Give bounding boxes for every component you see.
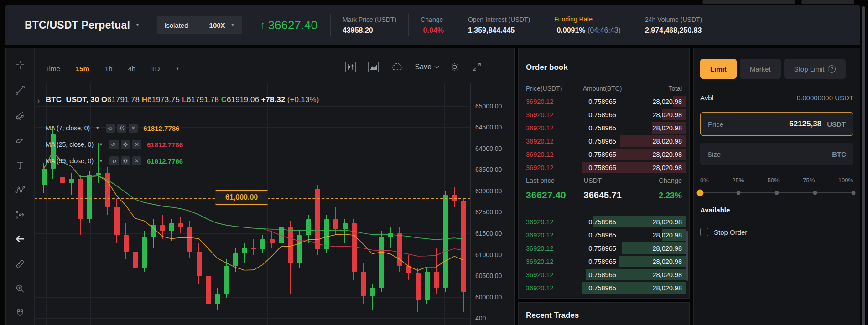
fullscreen-icon[interactable] xyxy=(471,62,482,72)
ma-row[interactable]: MA (99, close, 0)▼✕61812.7786 xyxy=(46,156,183,165)
interval-4h[interactable]: 4h xyxy=(128,65,136,72)
tab-limit[interactable]: Limit xyxy=(700,59,737,79)
save-button[interactable]: Save xyxy=(415,63,438,71)
stop-order-checkbox[interactable] xyxy=(700,228,708,236)
chevron-down-icon[interactable]: ▼ xyxy=(99,159,103,163)
stat-value-number: -0.04% xyxy=(421,26,444,34)
price-axis-label: 63000.00 xyxy=(475,187,502,195)
orderbook-row[interactable]: 36920.120.75896528,020.98 xyxy=(521,108,686,121)
tab-stop-limit[interactable]: Stop Limit? xyxy=(784,59,846,79)
ma-row[interactable]: MA (25, close, 0)▼✕61812.7786 xyxy=(46,140,183,149)
header-stat: Mark Price (USDT)43958.20 xyxy=(330,14,408,36)
ma-value: 61812.7786 xyxy=(147,157,183,165)
slider-stop-dot[interactable] xyxy=(852,191,856,195)
orderbook-row[interactable]: 36920.120.75896528,020.98 xyxy=(521,121,686,134)
orderbook-row[interactable]: 36920.120.75896528,020.98 xyxy=(521,95,686,108)
size-slider-labels: 0%25%50%75%100% xyxy=(700,177,853,184)
area-style-icon[interactable] xyxy=(368,61,379,73)
tab-label: Stop Limit xyxy=(794,65,825,73)
settings-icon[interactable] xyxy=(449,62,460,72)
ma-value: 61812.7786 xyxy=(143,124,179,132)
tab-market[interactable]: Market xyxy=(740,59,781,79)
gear-icon[interactable] xyxy=(121,156,130,165)
gear-icon[interactable] xyxy=(121,140,130,149)
forecast-icon[interactable] xyxy=(12,207,28,222)
recent-trades-title: Recent Trades xyxy=(526,311,579,320)
ob-amount: 0.758965 xyxy=(573,98,632,105)
ob-total: 28,020.98 xyxy=(632,111,682,119)
size-input[interactable]: Size BTC xyxy=(700,143,853,165)
stat-value: 1,359,844.445 xyxy=(468,26,530,35)
usdt-col-label: USDT xyxy=(584,177,643,184)
ruler-icon[interactable] xyxy=(12,256,28,272)
slider-handle[interactable] xyxy=(697,190,704,196)
trendline-icon[interactable] xyxy=(12,83,28,98)
candles-style-icon[interactable] xyxy=(345,61,357,73)
size-field-label: Size xyxy=(707,150,832,158)
orderbook-row[interactable]: 36920.120.75896528,020.98 xyxy=(521,242,686,255)
interval-dropdown-caret-icon[interactable]: ▼ xyxy=(175,67,179,71)
legend-collapse-icon[interactable]: › xyxy=(37,97,40,105)
pair-dropdown-caret-icon[interactable]: ▼ xyxy=(135,23,140,27)
recent-trades-panel: Recent Trades xyxy=(518,302,690,325)
avbl-value: 0.00000000 USDT xyxy=(797,94,853,102)
pair-title[interactable]: BTC/USDT Perpetual xyxy=(25,19,130,31)
crosshair-icon[interactable] xyxy=(12,57,28,72)
price-axis-label: 400 xyxy=(475,315,486,322)
chevron-down-icon[interactable]: ▼ xyxy=(99,142,103,147)
cloud-save-icon[interactable] xyxy=(390,62,404,72)
orderbook-scrollbar[interactable] xyxy=(686,231,688,281)
close-icon[interactable]: ✕ xyxy=(132,140,141,149)
save-label: Save xyxy=(415,63,431,71)
chart-canvas[interactable]: 61,000.00 65000.0064500.0064000.0063500.… xyxy=(35,83,514,325)
brush-icon[interactable] xyxy=(12,133,28,149)
magnet-icon[interactable] xyxy=(12,305,28,321)
header-bar: BTC/USDT Perpetual ▼ Isolated 100X ▼ ↑ 3… xyxy=(5,5,860,45)
stat-label: Open Interest (USDT) xyxy=(468,16,530,23)
chevron-down-icon[interactable]: ▼ xyxy=(95,126,99,130)
slider-stop-dot[interactable] xyxy=(813,191,817,195)
slider-stop-dot[interactable] xyxy=(775,191,779,195)
eye-icon[interactable] xyxy=(109,140,119,149)
xabcd-pattern-icon[interactable] xyxy=(12,182,28,198)
order-entry-panel: LimitMarketStop Limit? Avbl 0.00000000 U… xyxy=(693,48,860,325)
eye-icon[interactable] xyxy=(109,156,119,165)
slider-stop-dot[interactable] xyxy=(737,191,741,195)
close-icon[interactable]: ✕ xyxy=(132,156,141,165)
stat-label: Funding Rate xyxy=(554,15,593,24)
orderbook-row[interactable]: 36920.120.75896528,020.98 xyxy=(521,215,686,228)
gear-icon[interactable] xyxy=(117,124,126,133)
mid-last-price[interactable]: 36627.40 xyxy=(526,190,584,201)
text-icon[interactable] xyxy=(12,158,28,173)
alert-price-label[interactable]: 61,000.00 xyxy=(215,190,268,205)
ob-amount: 0.758965 xyxy=(573,284,632,292)
close-icon[interactable]: ✕ xyxy=(129,124,138,133)
page-scrollbar[interactable] xyxy=(862,6,865,325)
orderbook-row[interactable]: 36920.120.75896528,020.98 xyxy=(521,268,686,281)
arrow-left-icon[interactable] xyxy=(12,231,28,247)
stop-order-toggle[interactable]: Stop Order xyxy=(700,228,747,236)
orderbook-row[interactable]: 36920.120.75896528,020.98 xyxy=(521,281,686,294)
interval-1d[interactable]: 1D xyxy=(151,65,160,72)
stat-value-extra: (04:46:43) xyxy=(586,26,621,35)
price-field-label: Price xyxy=(708,120,789,128)
orderbook-row[interactable]: 36920.120.75896528,020.98 xyxy=(521,148,686,161)
ma-row[interactable]: MA (7, close, 0)▼✕61812.7786 xyxy=(46,124,179,133)
price-up-arrow-icon: ↑ xyxy=(260,19,265,31)
zoom-in-icon[interactable] xyxy=(12,281,28,296)
orderbook-row[interactable]: 36920.120.75896528,020.98 xyxy=(521,228,686,242)
interval-1h[interactable]: 1h xyxy=(105,65,113,72)
margin-leverage-selector[interactable]: Isolated 100X ▼ xyxy=(157,16,242,34)
price-axis-label: 64000.00 xyxy=(475,145,502,152)
orderbook-row[interactable]: 36920.120.75896528,020.98 xyxy=(521,255,686,268)
price-axis-label: 62500.00 xyxy=(475,208,502,216)
eye-icon[interactable] xyxy=(106,124,115,133)
browser-tab-shape xyxy=(702,0,795,4)
price-input[interactable]: Price 62125,38 USDT xyxy=(700,112,853,136)
fib-lines-icon[interactable] xyxy=(12,108,28,124)
interval-time[interactable]: Time xyxy=(45,65,60,72)
interval-15m[interactable]: 15m xyxy=(76,65,89,72)
orderbook-row[interactable]: 36920.120.75896528,020.98 xyxy=(521,161,686,174)
orderbook-row[interactable]: 36920.120.75896528,020.98 xyxy=(521,134,686,148)
size-slider[interactable] xyxy=(700,192,853,193)
